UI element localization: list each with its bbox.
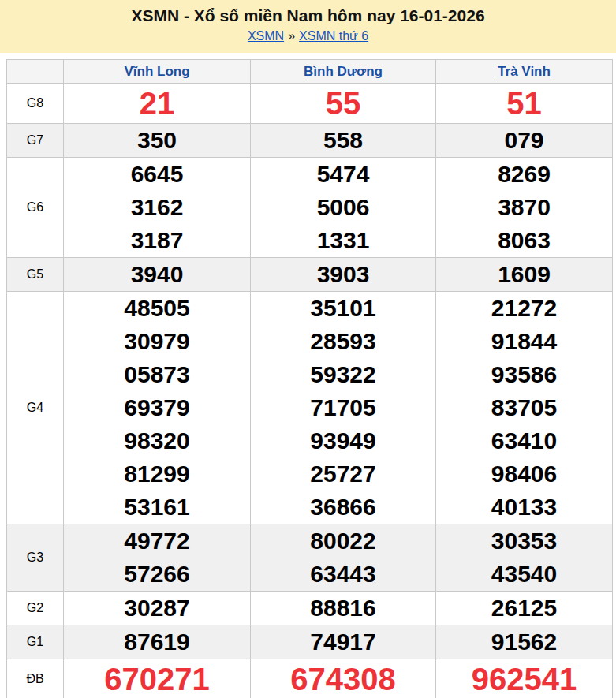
result-cell: 664531623187	[64, 158, 251, 258]
result-value: 05873	[64, 358, 250, 391]
prize-row-G2: G2302878881626125	[7, 592, 613, 625]
result-value: 74917	[251, 625, 435, 659]
page-title: XSMN - Xổ số miền Nam hôm nay 16-01-2026	[0, 6, 616, 25]
province-header-row: Vĩnh LongBình DươngTrà Vinh	[7, 60, 613, 84]
result-value: 28593	[251, 325, 435, 358]
result-value: 80022	[251, 524, 435, 558]
result-value: 98320	[64, 424, 250, 457]
result-cell: 962541	[436, 659, 613, 698]
prize-label: G6	[7, 158, 64, 258]
result-value: 21	[64, 84, 250, 123]
result-value: 25727	[251, 457, 435, 491]
result-cell: 21272918449358683705634109840640133	[436, 292, 613, 524]
result-value: 36866	[251, 491, 435, 524]
result-cell: 4977257266	[64, 524, 251, 592]
prize-row-G5: G5394039031609	[7, 258, 613, 292]
result-value: 53161	[64, 491, 250, 524]
result-value: 91844	[436, 325, 612, 358]
result-cell: 547450061331	[251, 158, 436, 258]
result-value: 48505	[64, 292, 250, 325]
corner-cell	[7, 60, 64, 84]
result-value: 674308	[251, 659, 435, 698]
result-value: 40133	[436, 491, 612, 524]
prize-label: G1	[7, 625, 64, 659]
result-value: 93586	[436, 358, 612, 391]
prize-label: G3	[7, 524, 64, 592]
province-link[interactable]: Bình Dương	[304, 64, 383, 79]
result-cell: 55	[251, 84, 436, 124]
result-cell: 674308	[251, 659, 436, 698]
province-header-cell: Vĩnh Long	[64, 60, 251, 84]
result-value: 1331	[251, 224, 435, 257]
result-cell: 3940	[64, 258, 251, 292]
results-table: Vĩnh LongBình DươngTrà Vinh G8215551G735…	[6, 59, 613, 698]
result-cell: 670271	[64, 659, 251, 698]
result-value: 51	[436, 84, 612, 123]
result-value: 93949	[251, 424, 435, 457]
result-cell: 1609	[436, 258, 613, 292]
result-value: 57266	[64, 558, 250, 591]
province-link[interactable]: Trà Vinh	[498, 64, 551, 79]
result-value: 98406	[436, 457, 612, 491]
prize-row-G7: G7350558079	[7, 124, 613, 158]
prize-label: G2	[7, 592, 64, 625]
prize-row-G8: G8215551	[7, 84, 613, 124]
result-value: 88816	[251, 592, 435, 625]
prize-row-G3: G3497725726680022634433035343540	[7, 524, 613, 592]
prize-label: G4	[7, 292, 64, 524]
result-cell: 21	[64, 84, 251, 124]
result-value: 43540	[436, 558, 612, 591]
result-value: 55	[251, 84, 435, 123]
result-value: 30979	[64, 325, 250, 358]
result-value: 69379	[64, 391, 250, 424]
breadcrumb: XSMN»XSMN thứ 6	[0, 29, 616, 43]
result-value: 26125	[436, 592, 612, 625]
result-cell: 91562	[436, 625, 613, 659]
result-value: 3903	[251, 258, 435, 291]
result-cell: 350	[64, 124, 251, 158]
prize-label: G5	[7, 258, 64, 292]
prize-label: ĐB	[7, 659, 64, 698]
result-cell: 3903	[251, 258, 436, 292]
result-value: 350	[64, 124, 250, 157]
result-value: 3187	[64, 224, 250, 257]
results-table-body: G8215551G7350558079G66645316231875474500…	[7, 84, 613, 698]
result-value: 87619	[64, 625, 250, 659]
result-value: 59322	[251, 358, 435, 391]
province-header-cell: Trà Vinh	[436, 60, 613, 84]
prize-row-G4: G448505309790587369379983208129953161351…	[7, 292, 613, 524]
result-value: 21272	[436, 292, 612, 325]
province-header-cell: Bình Dương	[251, 60, 436, 84]
result-value: 35101	[251, 292, 435, 325]
result-cell: 87619	[64, 625, 251, 659]
result-value: 8269	[436, 158, 612, 191]
result-value: 1609	[436, 258, 612, 291]
result-value: 5474	[251, 158, 435, 191]
prize-label: G7	[7, 124, 64, 158]
result-cell: 48505309790587369379983208129953161	[64, 292, 251, 524]
result-value: 63443	[251, 558, 435, 591]
result-value: 5006	[251, 191, 435, 224]
results-table-head: Vĩnh LongBình DươngTrà Vinh	[7, 60, 613, 84]
result-cell: 26125	[436, 592, 613, 625]
result-value: 962541	[436, 659, 612, 698]
province-link[interactable]: Vĩnh Long	[124, 64, 189, 79]
prize-row-G6: G6664531623187547450061331826938708063	[7, 158, 613, 258]
result-value: 8063	[436, 224, 612, 257]
result-value: 81299	[64, 457, 250, 491]
result-value: 3940	[64, 258, 250, 291]
result-value: 91562	[436, 625, 612, 659]
result-cell: 30287	[64, 592, 251, 625]
result-cell: 88816	[251, 592, 436, 625]
prize-row-G1: G1876197491791562	[7, 625, 613, 659]
breadcrumb-link-xsmn[interactable]: XSMN	[248, 29, 284, 43]
result-value: 079	[436, 124, 612, 157]
result-cell: 51	[436, 84, 613, 124]
result-value: 6645	[64, 158, 250, 191]
breadcrumb-separator: »	[288, 29, 295, 43]
result-value: 3162	[64, 191, 250, 224]
prize-label: G8	[7, 84, 64, 124]
breadcrumb-link-xsmn-thu6[interactable]: XSMN thứ 6	[299, 29, 368, 43]
result-cell: 74917	[251, 625, 436, 659]
result-value: 71705	[251, 391, 435, 424]
